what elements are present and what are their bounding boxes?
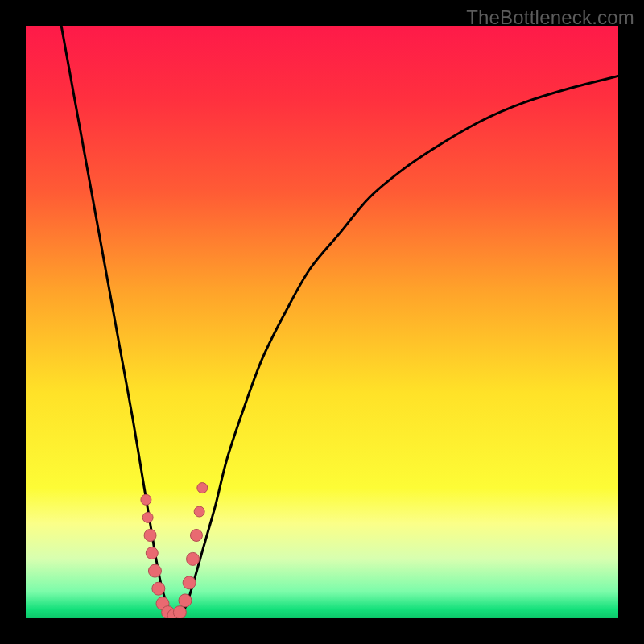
marker-dot xyxy=(190,529,202,541)
watermark-text: TheBottleneck.com xyxy=(466,6,634,29)
curve-layer xyxy=(26,26,618,618)
marker-dot xyxy=(142,512,153,522)
marker-dot xyxy=(152,582,165,595)
marker-dot xyxy=(183,576,196,589)
bottleneck-curve xyxy=(61,26,618,617)
marker-dot xyxy=(179,594,192,607)
marker-dot xyxy=(144,529,156,541)
marker-group xyxy=(141,483,208,618)
marker-dot xyxy=(146,547,158,559)
chart-frame: TheBottleneck.com xyxy=(0,0,644,644)
marker-dot xyxy=(173,606,186,618)
marker-dot xyxy=(148,564,161,577)
marker-dot xyxy=(141,494,151,505)
plot-area xyxy=(26,26,618,618)
marker-dot xyxy=(187,552,200,565)
marker-dot xyxy=(197,483,208,493)
marker-dot xyxy=(194,506,204,517)
